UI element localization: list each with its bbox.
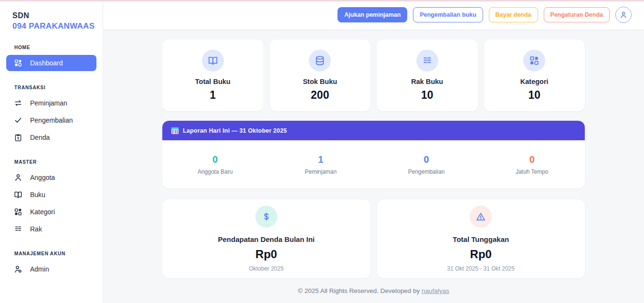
section-label-transaksi: TRANSAKSI [0,85,103,90]
dashboard-icon [14,59,22,67]
report-label: Pengembalian [374,168,479,175]
report-label: Peminjaman [268,168,373,175]
report-value: 0 [479,154,585,165]
calendar-icon [171,127,179,134]
footer-text: © 2025 All Rights Reserved. Developed by [298,287,422,294]
report-header: Laporan Hari Ini — 31 Oktober 2025 [162,121,585,140]
summary-value: Rp0 [255,248,277,261]
bayar-denda-button[interactable]: Bayar denda [489,7,538,22]
book-icon [14,190,22,199]
stat-value: 10 [421,89,433,102]
stat-label: Rak Buku [411,78,443,85]
sidebar-item-buku[interactable]: Buku [6,187,96,203]
logo-line2: 094 PARAKANWAAS [12,21,90,31]
pengaturan-denda-button[interactable]: Pengaturan Denda [544,7,610,22]
stat-card-stok-buku: Stok Buku 200 [270,40,371,111]
stat-label: Kategori [520,78,549,85]
sidebar-item-label: Anggota [30,174,55,181]
stat-card-rak-buku: Rak Buku 10 [377,40,478,111]
sidebar-item-label: Dashboard [30,59,63,67]
summary-card-total-tunggakan: Total Tunggakan Rp0 31 Okt 2025 - 31 Okt… [377,199,585,278]
report-label: Jatuh Tempo [479,168,585,175]
report-value: 0 [374,154,479,165]
person-gear-icon [14,265,22,273]
sidebar-item-admin[interactable]: Admin [6,261,96,277]
pengembalian-buku-button[interactable]: Pengembalian buku [413,7,483,22]
summary-title: Pendapatan Denda Bulan Ini [218,235,315,243]
sidebar-item-pengembalian[interactable]: Pengembalian [6,112,96,128]
sidebar-item-kategori[interactable]: Kategori [6,204,96,220]
top-accent-line [0,0,644,1]
sidebar-item-anggota[interactable]: Anggota [6,169,96,186]
person-icon [14,173,22,182]
report-cell-pengembalian: 0 Pengembalian [374,154,479,175]
dollar-icon [255,206,277,228]
rows-icon [14,225,22,233]
report-value: 1 [268,154,373,165]
report-label: Anggota Baru [162,168,268,175]
footer: © 2025 All Rights Reserved. Developed by… [162,287,585,294]
sidebar-item-peminjaman[interactable]: Peminjaman [6,95,96,111]
sidebar-item-denda[interactable]: $ Denda [6,129,96,146]
main-content: Total Buku 1 Stok Buku 200 [103,30,644,303]
ajukan-peminjaman-button[interactable]: Ajukan peminjaman [338,7,407,22]
stat-card-total-buku: Total Buku 1 [162,40,264,111]
clipboard-dollar-icon: $ [14,133,22,142]
grid-icon [14,208,22,216]
book-open-icon [202,50,224,72]
check-icon [14,116,22,125]
rows-icon [416,50,438,72]
report-cell-peminjaman: 1 Peminjaman [268,154,373,175]
stat-value: 200 [311,89,329,102]
person-icon [619,10,628,19]
swap-arrows-icon [14,99,22,107]
app-logo: SDN 094 PARAKANWAAS [0,11,103,31]
sidebar-item-label: Rak [30,225,42,233]
user-avatar[interactable] [615,7,632,23]
sidebar-item-label: Denda [30,134,50,141]
right-pane: Ajukan peminjaman Pengembalian buku Baya… [103,0,644,303]
report-cell-jatuh-tempo: 0 Jatuh Tempo [479,154,585,175]
database-icon [309,50,331,72]
sidebar-item-label: Pengembalian [30,116,73,124]
warning-icon [470,206,492,228]
report-title: Laporan Hari Ini — 31 Oktober 2025 [183,127,287,134]
section-label-home: HOME [0,45,103,50]
report-body: 0 Anggota Baru 1 Peminjaman 0 Pengembali… [162,140,585,188]
grid-icon [523,50,545,72]
stat-card-kategori: Kategori 10 [484,40,585,111]
section-label-master: MASTER [0,159,103,165]
sidebar-item-label: Peminjaman [30,99,67,107]
sidebar-item-label: Admin [30,265,49,273]
stat-value: 1 [210,89,216,102]
summary-value: Rp0 [470,248,492,261]
stat-label: Stok Buku [303,78,337,85]
report-value: 0 [162,154,268,165]
stat-label: Total Buku [195,78,231,85]
sidebar-item-label: Kategori [30,208,55,216]
sidebar: SDN 094 PARAKANWAAS HOME Dashboard TRANS… [0,0,103,303]
stat-value: 10 [528,89,540,102]
summary-subtitle: Oktober 2025 [249,265,284,272]
stats-grid: Total Buku 1 Stok Buku 200 [162,40,585,111]
logo-line1: SDN [12,11,90,20]
sidebar-item-dashboard[interactable]: Dashboard [6,55,96,71]
summary-subtitle: 31 Okt 2025 - 31 Okt 2025 [447,265,515,272]
summary-grid: Pendapatan Denda Bulan Ini Rp0 Oktober 2… [162,199,585,278]
summary-card-pendapatan-denda: Pendapatan Denda Bulan Ini Rp0 Oktober 2… [162,199,370,278]
sidebar-item-rak[interactable]: Rak [6,221,96,237]
svg-text:$: $ [17,136,19,140]
summary-title: Total Tunggakan [453,235,509,243]
sidebar-item-label: Buku [30,191,45,199]
daily-report-panel: Laporan Hari Ini — 31 Oktober 2025 0 Ang… [162,121,585,188]
developer-link[interactable]: naufalyas [422,287,449,294]
section-label-manajemen-akun: MANAJEMEN AKUN [0,251,103,256]
topbar: Ajukan peminjaman Pengembalian buku Baya… [103,0,644,30]
report-cell-anggota-baru: 0 Anggota Baru [162,154,268,175]
